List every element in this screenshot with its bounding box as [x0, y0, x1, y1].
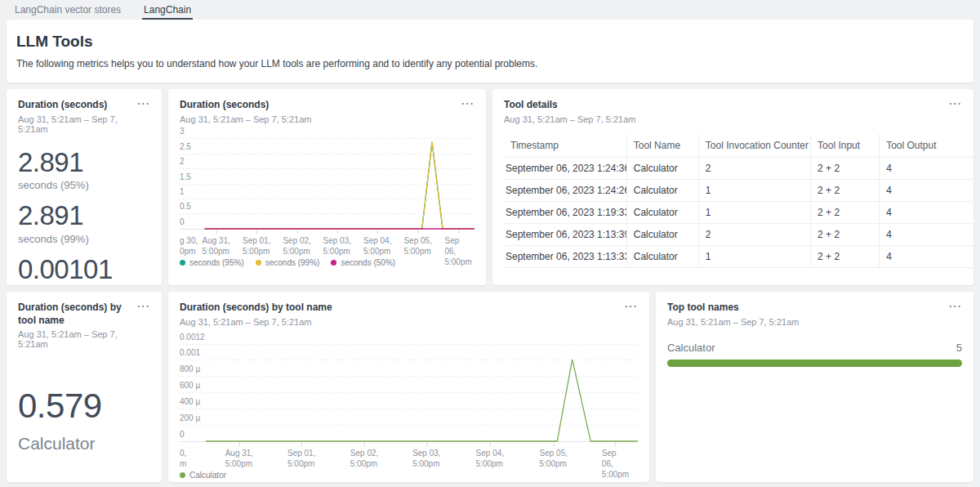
cell-timestamp: September 06, 2023 1:13:33	[504, 245, 626, 267]
x-axis-tick: Sep 01, 5:00pm	[287, 448, 315, 469]
card-time-range: Aug 31, 5:21am – Sep 7, 5:21am	[504, 114, 944, 124]
x-axis-tick: Sep 04, 5:00pm	[363, 235, 391, 257]
cell-tool-name: Calculator	[626, 245, 698, 267]
table-header-row: TimestampTool NameTool Invocation Counte…	[504, 134, 973, 158]
cell-invocation-counter: 2	[698, 223, 810, 245]
cell-timestamp: September 06, 2023 1:24:36	[504, 157, 626, 179]
card-duration-values: Duration (seconds) Aug 31, 5:21am – Sep …	[7, 89, 162, 285]
x-axis-tick: Sep 06, 5:00pm	[444, 235, 471, 267]
ellipsis-menu-icon[interactable]: ···	[949, 300, 962, 312]
legend-dot-icon	[180, 260, 185, 266]
top-list-value: 5	[956, 342, 962, 354]
table-column-header: Tool Name	[626, 134, 698, 158]
page-title: LLM Tools	[16, 33, 964, 51]
page-header: LLM Tools The following metrics helps yo…	[7, 20, 973, 83]
cell-invocation-counter: 1	[698, 245, 810, 267]
cell-tool-input: 2 + 2	[811, 157, 880, 179]
x-axis-tick: Sep 04, 5:00pm	[476, 448, 504, 469]
query-value-label: seconds (95%)	[18, 179, 150, 191]
ellipsis-menu-icon[interactable]: ···	[137, 300, 150, 312]
card-title: Duration (seconds)	[180, 99, 457, 112]
query-value: 0.579	[18, 386, 150, 426]
card-time-range: Aug 31, 5:21am – Sep 7, 5:21am	[18, 329, 132, 349]
cell-tool-input: 2 + 2	[811, 223, 880, 245]
legend-label: seconds (95%)	[189, 258, 244, 267]
legend-dot-icon	[180, 472, 185, 478]
query-value-list: 2.891 seconds (95%) 2.891 seconds (99%) …	[18, 149, 150, 285]
card-title: Tool details	[504, 99, 944, 112]
cell-tool-name: Calculator	[626, 179, 698, 201]
chart-legend: seconds (95%)seconds (99%)seconds (50%)	[180, 258, 474, 267]
card-time-range: Aug 31, 5:21am – Sep 7, 5:21am	[18, 114, 132, 134]
legend-label: seconds (50%)	[341, 258, 395, 267]
cell-tool-output: 4	[880, 157, 973, 179]
chart-x-axis: g 30, 0pmAug 31, 5:00pmSep 01, 5:00pmSep…	[180, 232, 474, 257]
legend-dot-icon	[331, 260, 336, 266]
tab-bar: LangChain vector stores LangChain	[0, 0, 980, 20]
ellipsis-menu-icon[interactable]: ···	[625, 300, 638, 312]
cell-tool-name: Calculator	[626, 201, 698, 223]
card-duration-by-tool-chart: Duration (seconds) by tool name Aug 31, …	[168, 292, 649, 482]
legend-label: seconds (99%)	[265, 258, 320, 267]
table-column-header: Tool Output	[880, 134, 973, 158]
chart-plot: 32.521.510.50	[180, 137, 474, 229]
table-row: September 06, 2023 1:24:36 Calculator 2 …	[504, 157, 973, 179]
cell-tool-output: 4	[880, 179, 973, 201]
chart-x-axis: 0, mAug 31, 5:00pmSep 01, 5:00pmSep 02, …	[180, 445, 638, 469]
query-value: 0.00101	[18, 256, 150, 284]
card-duration-chart: Duration (seconds) Aug 31, 5:21am – Sep …	[168, 89, 486, 285]
cell-timestamp: September 06, 2023 1:24:26	[504, 179, 626, 201]
x-axis-tick: g 30, 0pm	[180, 235, 198, 257]
top-list-bar	[667, 360, 962, 367]
x-axis-tick: Aug 31, 5:00pm	[203, 235, 230, 257]
tab-langchain[interactable]: LangChain	[142, 1, 193, 20]
cell-tool-input: 2 + 2	[811, 179, 880, 201]
card-time-range: Aug 31, 5:21am – Sep 7, 5:21am	[180, 317, 620, 327]
x-axis-tick: Sep 03, 5:00pm	[323, 235, 351, 257]
legend-item[interactable]: seconds (50%)	[331, 258, 395, 267]
card-tool-details: Tool details Aug 31, 5:21am – Sep 7, 5:2…	[492, 89, 973, 285]
cell-tool-name: Calculator	[626, 157, 698, 179]
card-title: Top tool names	[667, 302, 944, 315]
page-description: The following metrics helps you to under…	[16, 58, 964, 69]
table-row: September 06, 2023 1:19:33 Calculator 1 …	[504, 201, 973, 223]
duration-by-tool-line-chart: 0.00120.001800 µ600 µ400 µ200 µ0 0, mAug…	[180, 340, 638, 480]
legend-item[interactable]: Calculator	[180, 471, 226, 480]
cell-invocation-counter: 1	[698, 179, 810, 201]
x-axis-tick: Sep 06, 5:00pm	[602, 448, 629, 480]
tab-langchain-vector-stores[interactable]: LangChain vector stores	[13, 1, 122, 20]
cell-tool-output: 4	[880, 223, 973, 245]
legend-item[interactable]: seconds (95%)	[180, 258, 244, 267]
top-list-item: Calculator 5	[667, 342, 962, 367]
cell-tool-input: 2 + 2	[811, 201, 880, 223]
query-value-group: 0.00101 seconds (50%)	[18, 256, 150, 285]
card-time-range: Aug 31, 5:21am – Sep 7, 5:21am	[667, 317, 944, 327]
cell-invocation-counter: 2	[698, 157, 810, 179]
table-row: September 06, 2023 1:13:33 Calculator 1 …	[504, 245, 973, 267]
legend-dot-icon	[256, 260, 261, 266]
legend-item[interactable]: seconds (99%)	[256, 258, 320, 267]
cell-invocation-counter: 1	[698, 201, 810, 223]
x-axis-tick: Sep 02, 5:00pm	[283, 235, 310, 257]
table-row: September 06, 2023 1:13:39 Calculator 2 …	[504, 223, 973, 245]
card-top-tool-names: Top tool names Aug 31, 5:21am – Sep 7, 5…	[656, 292, 973, 482]
duration-line-chart: 32.521.510.50 g 30, 0pmAug 31, 5:00pmSep…	[180, 137, 474, 267]
query-value-group: 2.891 seconds (95%)	[18, 149, 150, 192]
card-title: Duration (seconds)	[18, 99, 132, 112]
table-row: September 06, 2023 1:24:26 Calculator 1 …	[504, 179, 973, 201]
legend-label: Calculator	[189, 471, 226, 480]
x-axis-tick: 0, m	[180, 448, 186, 469]
ellipsis-menu-icon[interactable]: ···	[949, 97, 962, 109]
cell-tool-output: 4	[880, 201, 973, 223]
ellipsis-menu-icon[interactable]: ···	[137, 97, 150, 109]
query-value: 2.891	[18, 202, 150, 230]
x-axis-tick: Sep 03, 5:00pm	[412, 448, 440, 469]
chart-legend: Calculator	[180, 471, 638, 480]
tool-details-table: TimestampTool NameTool Invocation Counte…	[504, 134, 962, 268]
ellipsis-menu-icon[interactable]: ···	[461, 97, 474, 109]
table-column-header: Timestamp	[504, 134, 626, 158]
card-title: Duration (seconds) by tool name	[180, 302, 620, 315]
x-axis-tick: Aug 31, 5:00pm	[225, 448, 253, 469]
top-list: Calculator 5	[667, 342, 962, 367]
table-body: September 06, 2023 1:24:36 Calculator 2 …	[504, 157, 973, 267]
